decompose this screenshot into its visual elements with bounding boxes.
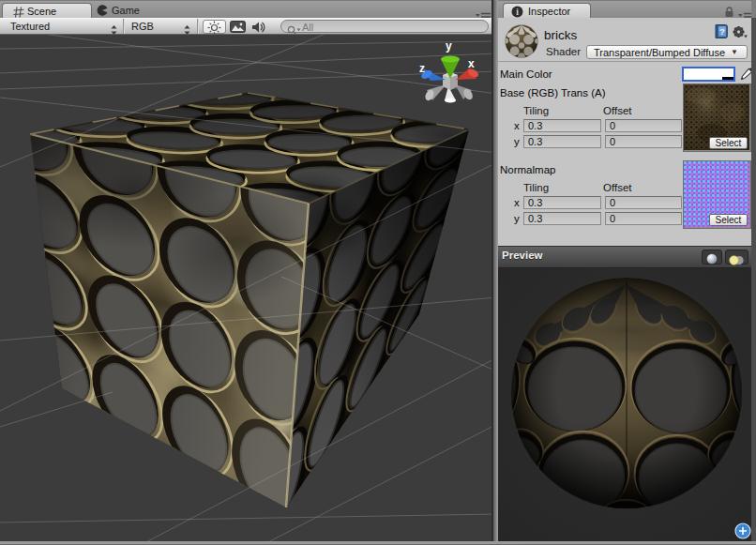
svg-text:i: i: [516, 7, 519, 16]
svg-text:y: y: [446, 39, 452, 53]
svg-text:?: ?: [719, 27, 725, 37]
svg-text:z: z: [419, 62, 425, 75]
svg-text:x: x: [468, 57, 475, 70]
